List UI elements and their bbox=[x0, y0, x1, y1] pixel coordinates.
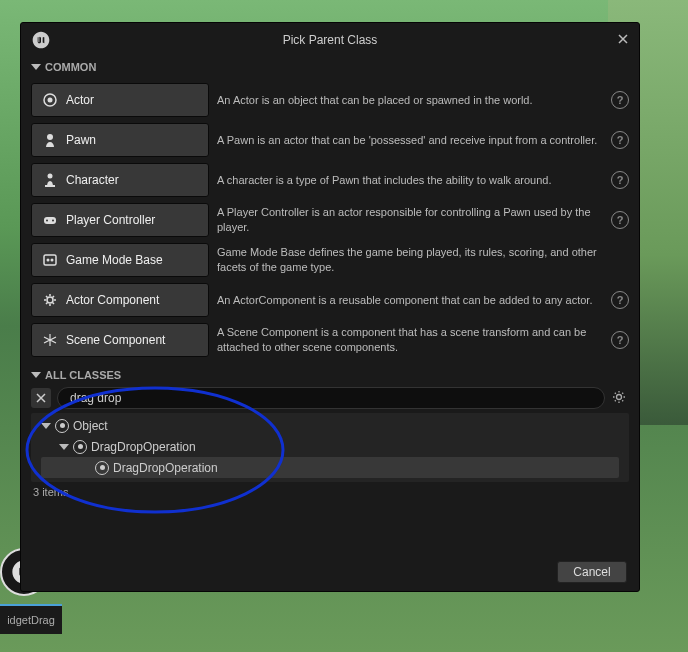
svg-point-1 bbox=[48, 98, 53, 103]
help-button[interactable]: ? bbox=[611, 91, 629, 109]
class-description: Game Mode Base defines the game being pl… bbox=[217, 245, 629, 275]
close-icon bbox=[617, 33, 629, 45]
help-icon: ? bbox=[617, 334, 624, 346]
tree-indent bbox=[59, 461, 73, 475]
help-button[interactable]: ? bbox=[611, 131, 629, 149]
scenecomp-icon bbox=[42, 332, 58, 348]
object-icon bbox=[55, 419, 69, 433]
class-button-player-controller[interactable]: Player Controller bbox=[31, 203, 209, 237]
class-button-actor[interactable]: Actor bbox=[31, 83, 209, 117]
help-icon: ? bbox=[617, 214, 624, 226]
class-button-scene-component[interactable]: Scene Component bbox=[31, 323, 209, 357]
svg-rect-8 bbox=[44, 255, 56, 265]
pick-parent-class-dialog: Pick Parent Class COMMON Actor An Actor … bbox=[20, 22, 640, 592]
chevron-down-icon bbox=[31, 64, 41, 70]
common-class-list: Actor An Actor is an object that can be … bbox=[21, 77, 639, 365]
svg-point-9 bbox=[47, 259, 50, 262]
help-button[interactable]: ? bbox=[611, 211, 629, 229]
class-row-game-mode-base: Game Mode Base Game Mode Base defines th… bbox=[31, 241, 629, 279]
class-search-input[interactable] bbox=[57, 387, 605, 409]
close-button[interactable] bbox=[617, 32, 629, 48]
chevron-down-icon bbox=[59, 444, 69, 450]
class-description: A Player Controller is an actor responsi… bbox=[217, 205, 603, 235]
tree-item-dragdropoperation-child[interactable]: DragDropOperation bbox=[41, 457, 619, 478]
class-label: Pawn bbox=[66, 133, 96, 147]
svg-point-10 bbox=[51, 259, 54, 262]
help-button[interactable]: ? bbox=[611, 331, 629, 349]
tree-item-object[interactable]: Object bbox=[41, 415, 619, 436]
class-description: An ActorComponent is a reusable componen… bbox=[217, 293, 603, 308]
class-row-character: Character A character is a type of Pawn … bbox=[31, 161, 629, 199]
tree-indent bbox=[77, 461, 91, 475]
svg-point-11 bbox=[47, 297, 53, 303]
tree-item-label: DragDropOperation bbox=[113, 461, 218, 475]
chevron-down-icon bbox=[31, 372, 41, 378]
unreal-logo-icon bbox=[31, 30, 51, 50]
tree-item-label: DragDropOperation bbox=[91, 440, 196, 454]
clear-search-button[interactable] bbox=[31, 388, 51, 408]
gamemode-icon bbox=[42, 252, 58, 268]
class-label: Game Mode Base bbox=[66, 253, 163, 267]
help-icon: ? bbox=[617, 94, 624, 106]
class-button-game-mode-base[interactable]: Game Mode Base bbox=[31, 243, 209, 277]
dialog-titlebar[interactable]: Pick Parent Class bbox=[21, 23, 639, 57]
item-count-label: 3 items bbox=[33, 486, 68, 498]
dialog-title: Pick Parent Class bbox=[21, 33, 639, 47]
component-icon bbox=[42, 292, 58, 308]
tree-indent bbox=[41, 461, 55, 475]
class-tree: Object DragDropOperation DragDropOperati… bbox=[31, 413, 629, 482]
class-label: Actor Component bbox=[66, 293, 159, 307]
class-label: Character bbox=[66, 173, 119, 187]
svg-point-12 bbox=[617, 395, 622, 400]
cancel-button-label: Cancel bbox=[573, 565, 610, 579]
svg-point-2 bbox=[47, 134, 53, 140]
tree-item-dragdropoperation[interactable]: DragDropOperation bbox=[41, 436, 619, 457]
class-label: Player Controller bbox=[66, 213, 155, 227]
controller-icon bbox=[42, 212, 58, 228]
search-row bbox=[21, 385, 639, 413]
class-button-actor-component[interactable]: Actor Component bbox=[31, 283, 209, 317]
class-row-player-controller: Player Controller A Player Controller is… bbox=[31, 201, 629, 239]
close-icon bbox=[36, 393, 46, 403]
dialog-footer: Cancel bbox=[21, 553, 639, 591]
svg-point-6 bbox=[46, 220, 48, 222]
cancel-button[interactable]: Cancel bbox=[557, 561, 627, 583]
taskbar-tab-label: idgetDrag bbox=[7, 614, 55, 626]
class-description: A character is a type of Pawn that inclu… bbox=[217, 173, 603, 188]
object-icon bbox=[95, 461, 109, 475]
actor-icon bbox=[42, 92, 58, 108]
taskbar-tab[interactable]: idgetDrag bbox=[0, 604, 62, 634]
class-description: An Actor is an object that can be placed… bbox=[217, 93, 603, 108]
class-row-actor: Actor An Actor is an object that can be … bbox=[31, 81, 629, 119]
all-classes-section-label: ALL CLASSES bbox=[45, 369, 121, 381]
help-button[interactable]: ? bbox=[611, 171, 629, 189]
object-icon bbox=[73, 440, 87, 454]
class-description: A Scene Component is a component that ha… bbox=[217, 325, 603, 355]
class-label: Scene Component bbox=[66, 333, 165, 347]
tree-indent bbox=[41, 440, 55, 454]
tree-item-label: Object bbox=[73, 419, 108, 433]
all-classes-section-header[interactable]: ALL CLASSES bbox=[21, 365, 639, 385]
chevron-down-icon bbox=[41, 423, 51, 429]
pawn-icon bbox=[42, 132, 58, 148]
svg-rect-5 bbox=[44, 217, 56, 224]
search-settings-button[interactable] bbox=[611, 389, 629, 407]
svg-point-3 bbox=[48, 174, 53, 179]
common-section-label: COMMON bbox=[45, 61, 96, 73]
class-row-actor-component: Actor Component An ActorComponent is a r… bbox=[31, 281, 629, 319]
class-row-scene-component: Scene Component A Scene Component is a c… bbox=[31, 321, 629, 359]
common-section-header[interactable]: COMMON bbox=[21, 57, 639, 77]
help-icon: ? bbox=[617, 174, 624, 186]
character-icon bbox=[42, 172, 58, 188]
help-icon: ? bbox=[617, 134, 624, 146]
class-description: A Pawn is an actor that can be 'possesse… bbox=[217, 133, 603, 148]
help-icon: ? bbox=[617, 294, 624, 306]
class-row-pawn: Pawn A Pawn is an actor that can be 'pos… bbox=[31, 121, 629, 159]
svg-point-7 bbox=[52, 220, 54, 222]
gear-icon bbox=[611, 389, 627, 405]
class-button-pawn[interactable]: Pawn bbox=[31, 123, 209, 157]
svg-rect-4 bbox=[45, 185, 55, 187]
class-button-character[interactable]: Character bbox=[31, 163, 209, 197]
class-label: Actor bbox=[66, 93, 94, 107]
help-button[interactable]: ? bbox=[611, 291, 629, 309]
